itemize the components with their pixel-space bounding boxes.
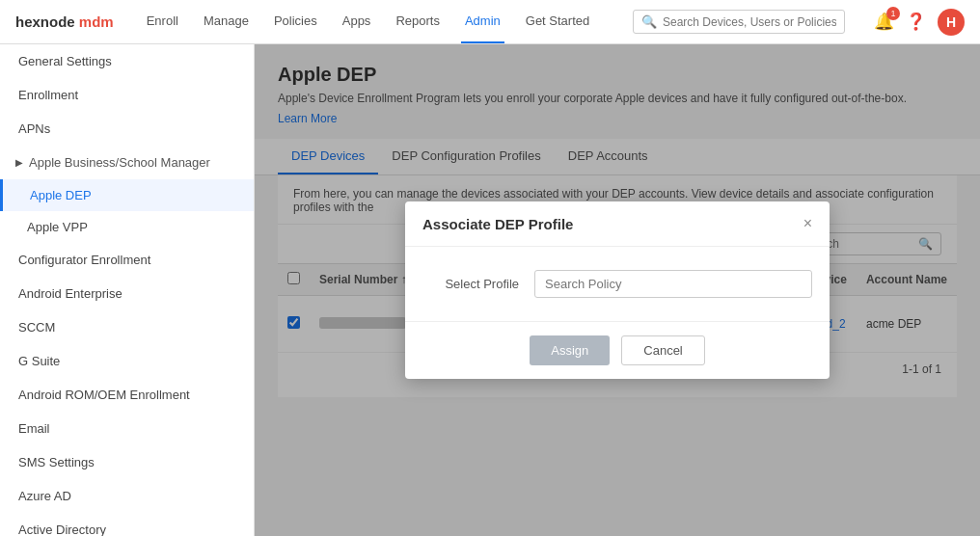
nav-search-input[interactable] <box>663 15 836 29</box>
sidebar-item-sccm[interactable]: SCCM <box>0 310 254 344</box>
modal-title: Associate DEP Profile <box>422 216 573 232</box>
sidebar-item-general-settings[interactable]: General Settings <box>0 44 254 78</box>
nav-search-box: 🔍 <box>633 10 845 34</box>
sidebar-item-enrollment[interactable]: Enrollment <box>0 78 254 112</box>
nav-reports[interactable]: Reports <box>392 0 444 43</box>
modal-close-button[interactable]: × <box>803 215 812 232</box>
modal-select-profile-row: Select Profile <box>422 270 812 298</box>
sidebar-item-apple-dep[interactable]: Apple DEP <box>0 179 254 211</box>
sidebar: General Settings Enrollment APNs ▶ Apple… <box>0 44 255 536</box>
nav-policies[interactable]: Policies <box>270 0 321 43</box>
notification-button[interactable]: 🔔 1 <box>874 12 894 32</box>
avatar[interactable]: H <box>938 9 965 36</box>
associate-dep-profile-modal: Associate DEP Profile × Select Profile A… <box>405 201 830 379</box>
nav-enroll[interactable]: Enroll <box>143 0 182 43</box>
modal-header: Associate DEP Profile × <box>405 201 830 247</box>
logo: hexnode mdm <box>15 13 114 30</box>
sidebar-item-configurator[interactable]: Configurator Enrollment <box>0 243 254 277</box>
sidebar-item-sms[interactable]: SMS Settings <box>0 445 254 479</box>
nav-manage[interactable]: Manage <box>200 0 253 43</box>
sidebar-item-android-rom[interactable]: Android ROM/OEM Enrollment <box>0 378 254 412</box>
main-content: Apple DEP Apple's Device Enrollment Prog… <box>255 44 980 536</box>
sidebar-item-azure-ad[interactable]: Azure AD <box>0 479 254 513</box>
modal-overlay: Associate DEP Profile × Select Profile A… <box>255 44 980 536</box>
nav-links: Enroll Manage Policies Apps Reports Admi… <box>143 0 594 43</box>
modal-body: Select Profile <box>405 247 830 321</box>
help-button[interactable]: ❓ <box>906 12 926 32</box>
nav-apps[interactable]: Apps <box>339 0 375 43</box>
nav-admin[interactable]: Admin <box>461 0 504 43</box>
nav-icons: 🔔 1 ❓ H <box>874 9 965 36</box>
select-profile-label: Select Profile <box>422 277 519 291</box>
chevron-down-icon: ▶ <box>15 157 23 168</box>
top-nav: hexnode mdm Enroll Manage Policies Apps … <box>0 0 980 44</box>
assign-button[interactable]: Assign <box>530 335 610 365</box>
nav-search-icon: 🔍 <box>641 14 657 29</box>
sidebar-item-email[interactable]: Email <box>0 412 254 445</box>
sidebar-group-apple-business[interactable]: ▶ Apple Business/School Manager <box>0 146 254 179</box>
search-policy-input[interactable] <box>534 270 812 298</box>
sidebar-item-active-directory[interactable]: Active Directory <box>0 513 254 536</box>
cancel-button[interactable]: Cancel <box>621 335 704 365</box>
sidebar-item-android-enterprise[interactable]: Android Enterprise <box>0 277 254 310</box>
notification-badge: 1 <box>886 7 900 20</box>
nav-get-started[interactable]: Get Started <box>522 0 593 43</box>
sidebar-item-apns[interactable]: APNs <box>0 112 254 146</box>
layout: General Settings Enrollment APNs ▶ Apple… <box>0 44 980 536</box>
modal-footer: Assign Cancel <box>405 321 830 379</box>
sidebar-item-gsuite[interactable]: G Suite <box>0 344 254 378</box>
sidebar-item-apple-vpp[interactable]: Apple VPP <box>0 211 254 243</box>
